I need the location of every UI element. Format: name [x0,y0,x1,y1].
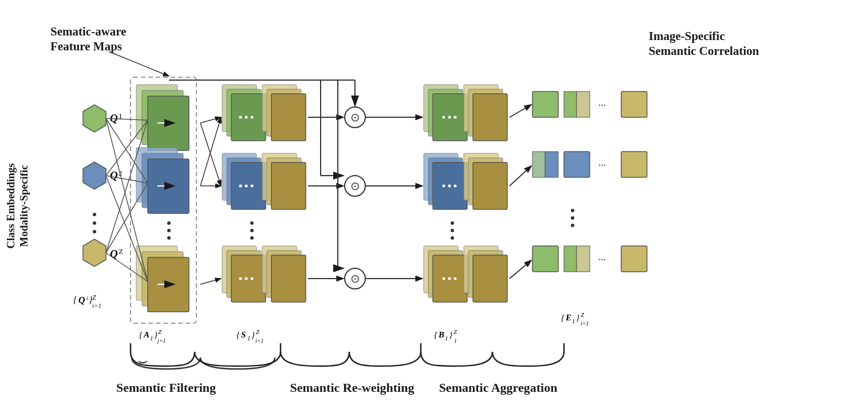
svg-point-24 [245,116,248,119]
e-tile-1-green [532,92,558,117]
svg-line-106 [510,105,531,117]
a1j-set-1-sub: 1 [150,335,153,342]
b1i-set-label: { [434,330,437,339]
s1i-set-i1: i=1 [255,337,264,344]
s1i-set-label: { [236,330,240,339]
q2-label: Q [110,169,118,181]
s1i-set-z: Z [256,328,260,335]
svg-point-76 [443,185,445,188]
e1i-set-close: } [576,313,579,322]
b1i-set-1-sub: 1 [445,335,448,342]
e1i-set-label: { [561,313,565,322]
ellipsis-row1: ··· [598,100,606,111]
svg-point-77 [448,185,451,188]
svg-rect-37 [271,162,306,209]
svg-point-4 [93,230,96,233]
svg-rect-22 [231,94,266,141]
e1i-set-e: E [565,313,571,322]
svg-point-9 [167,236,171,240]
semantic-filtering-label: Semantic Filtering [116,380,216,395]
svg-point-90 [454,277,457,280]
svg-rect-105 [577,246,590,272]
qi-set-i1-sub: i=1 [92,302,101,309]
e-tile-3-yellow [621,246,647,272]
svg-point-88 [443,277,445,280]
svg-point-2 [93,213,96,216]
svg-rect-98 [577,92,590,117]
e1i-set-z: Z [581,311,585,318]
q1-label: Q [110,112,118,124]
s1i-set-s: S [241,330,246,339]
svg-point-7 [167,221,171,225]
s1i-set-close: } [251,330,255,339]
e-tile-2-yellow [621,152,647,177]
e1i-set-i1: i=1 [581,320,589,327]
svg-point-67 [443,116,445,119]
svg-point-83 [451,229,454,232]
e-tile-1-yellow [621,92,647,117]
a1j-set-a: A [143,330,149,339]
b1i-set-b: B [438,330,444,339]
circle-op-1-symbol: ⊙ [350,111,360,124]
semantic-aggregation-label: Semantic Aggregation [439,380,558,395]
qz-superscript: Z [119,247,123,256]
svg-point-3 [93,221,96,225]
svg-point-32 [239,185,242,188]
svg-point-38 [250,221,254,225]
svg-point-8 [167,229,171,232]
svg-line-109 [109,51,169,76]
svg-point-46 [251,277,254,280]
svg-point-101 [571,209,574,212]
a1j-set-z: Z [158,328,162,335]
svg-point-44 [239,277,242,280]
a1j-set-j1: j=1 [156,337,166,344]
svg-point-82 [451,221,454,225]
semantic-aware-label-line2: Feature Maps [50,39,122,53]
a1j-set-label: { [139,330,143,339]
ellipsis-row3: ··· [598,254,606,265]
semantic-reweighting-label: Semantic Re-weighting [290,380,415,395]
circle-op-3-symbol: ⊙ [350,272,360,285]
svg-line-107 [510,166,531,186]
svg-rect-43 [231,255,266,302]
class-embeddings-label: Class Embeddings [5,163,17,248]
svg-point-25 [251,116,254,119]
svg-point-89 [448,277,451,280]
semantic-aware-label-line1: Sematic-aware [50,25,127,38]
b1i-set-close: } [449,330,452,339]
svg-rect-31 [231,162,266,209]
svg-point-69 [454,116,457,119]
hexagon-q2 [83,162,106,189]
svg-rect-100 [545,152,558,177]
svg-point-102 [571,216,574,220]
svg-rect-49 [271,255,306,302]
modality-specific-label: Modality-Specific [18,165,30,247]
svg-rect-97 [564,92,577,117]
hexagon-qz [83,239,106,267]
svg-point-34 [251,185,254,188]
hexagon-q1 [83,105,106,132]
e1i-set-1-sub: 1 [572,317,575,324]
svg-point-84 [451,236,454,240]
svg-point-39 [250,229,254,232]
svg-rect-104 [564,246,577,272]
image-specific-label-line2: Semantic Correlation [649,44,759,58]
svg-line-50 [200,117,221,123]
qi-set-q: Q [78,295,85,305]
svg-point-33 [245,185,248,188]
svg-line-18 [106,183,148,253]
svg-rect-81 [473,162,507,209]
svg-point-68 [448,116,451,119]
ellipsis-row2: ··· [598,160,606,171]
svg-rect-93 [473,255,507,302]
qi-set-label: { [73,295,77,305]
s1i-set-1-sub: 1 [247,335,251,342]
b1i-set-z: Z [453,328,457,335]
svg-point-45 [245,277,248,280]
qi-set-z-super: Z [92,293,96,301]
diagram-container: Q 1 Q 2 Q Z { Q ⁱ } Z i=1 { A 1 } Z j=1 [0,0,868,409]
svg-line-108 [510,260,531,279]
svg-line-54 [200,279,221,284]
svg-point-23 [239,116,242,119]
e-tile-3-green [532,246,558,272]
